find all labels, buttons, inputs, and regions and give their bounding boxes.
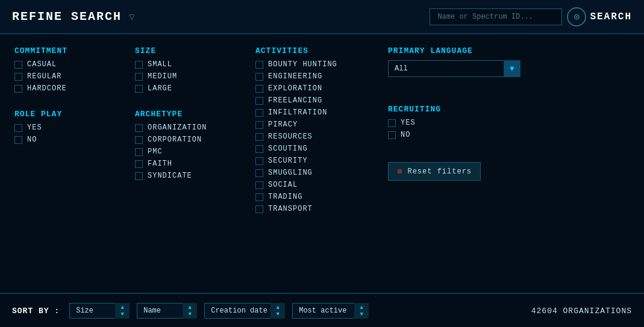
activity-infiltration-label: INFILTRATION bbox=[268, 108, 327, 117]
reset-label: Reset filters bbox=[407, 167, 472, 176]
role-play-title: ROLE PLAY bbox=[14, 110, 111, 119]
commitment-casual-checkbox[interactable] bbox=[14, 61, 22, 69]
col-size: SIZE SMALL MEDIUM LARGE ARCHETYPE ORGANI… bbox=[135, 46, 231, 281]
activity-exploration-label: EXPLORATION bbox=[268, 84, 322, 93]
activity-freelancing: FREELANCING bbox=[255, 96, 364, 105]
header: REFINE SEARCH ▽ ⊙ SEARCH bbox=[0, 0, 644, 34]
archetype-organization-checkbox[interactable] bbox=[135, 124, 143, 132]
role-play-yes-checkbox[interactable] bbox=[14, 124, 22, 132]
col-language: PRIMARY LANGUAGE All English German Fren… bbox=[388, 46, 521, 281]
footer-sort-bar: SORT BY : Size Small Medium Large ▲ ▼ Na… bbox=[0, 293, 644, 327]
sort-name-wrapper: Name A-Z Z-A ▲ ▼ bbox=[137, 303, 197, 319]
size-large: LARGE bbox=[135, 84, 231, 93]
activity-resources-checkbox[interactable] bbox=[255, 133, 263, 141]
role-play-no-checkbox[interactable] bbox=[14, 136, 22, 144]
search-button[interactable]: ⊙ SEARCH bbox=[567, 7, 632, 26]
role-play-yes: YES bbox=[14, 123, 111, 132]
activity-resources: RESOURCES bbox=[255, 132, 364, 141]
activity-resources-label: RESOURCES bbox=[268, 132, 313, 141]
archetype-faith-checkbox[interactable] bbox=[135, 160, 143, 168]
main-filters: COMMITMENT CASUAL REGULAR HARDCORE ROLE … bbox=[0, 34, 644, 293]
activity-piracy-checkbox[interactable] bbox=[255, 121, 263, 129]
activity-freelancing-checkbox[interactable] bbox=[255, 97, 263, 105]
activity-social-checkbox[interactable] bbox=[255, 181, 263, 189]
commitment-regular-label: REGULAR bbox=[27, 72, 61, 81]
search-input[interactable] bbox=[430, 8, 562, 25]
search-area: ⊙ SEARCH bbox=[430, 7, 632, 26]
role-play-no: NO bbox=[14, 135, 111, 144]
role-play-no-label: NO bbox=[27, 135, 37, 144]
col-commitment: COMMITMENT CASUAL REGULAR HARDCORE ROLE … bbox=[14, 46, 111, 281]
activity-engineering-checkbox[interactable] bbox=[255, 73, 263, 81]
role-play-yes-label: YES bbox=[27, 123, 42, 132]
archetype-group: ARCHETYPE ORGANIZATION CORPORATION PMC F… bbox=[135, 110, 231, 184]
archetype-syndicate-checkbox[interactable] bbox=[135, 172, 143, 180]
activity-trading-checkbox[interactable] bbox=[255, 193, 263, 201]
activity-freelancing-label: FREELANCING bbox=[268, 96, 322, 105]
recruiting-yes-checkbox[interactable] bbox=[388, 119, 396, 127]
search-button-label: SEARCH bbox=[590, 11, 632, 22]
activity-bounty-hunting: BOUNTY HUNTING bbox=[255, 60, 364, 69]
commitment-casual-label: CASUAL bbox=[27, 60, 57, 69]
commitment-hardcore-label: HARDCORE bbox=[27, 84, 67, 93]
recruiting-no-checkbox[interactable] bbox=[388, 131, 396, 139]
role-play-group: ROLE PLAY YES NO bbox=[14, 110, 111, 148]
archetype-faith-label: FAITH bbox=[148, 160, 172, 168]
page-title: REFINE SEARCH bbox=[12, 10, 122, 23]
sort-most-active-select[interactable]: Most active Least active bbox=[292, 303, 369, 319]
activity-security: SECURITY bbox=[255, 157, 364, 165]
activity-social: SOCIAL bbox=[255, 181, 364, 189]
commitment-regular-checkbox[interactable] bbox=[14, 73, 22, 81]
sort-name-select[interactable]: Name A-Z Z-A bbox=[137, 303, 197, 319]
sort-creation-date-select[interactable]: Creation date Newest Oldest bbox=[204, 303, 285, 319]
recruiting-title: RECRUITING bbox=[388, 105, 521, 114]
size-large-checkbox[interactable] bbox=[135, 85, 143, 93]
activities-group: ACTIVITIES BOUNTY HUNTING ENGINEERING EX… bbox=[255, 46, 364, 217]
activity-bounty-hunting-label: BOUNTY HUNTING bbox=[268, 60, 337, 69]
archetype-syndicate-label: SYNDICATE bbox=[148, 172, 192, 180]
archetype-organization: ORGANIZATION bbox=[135, 123, 231, 132]
size-group: SIZE SMALL MEDIUM LARGE bbox=[135, 46, 231, 96]
activity-social-label: SOCIAL bbox=[268, 181, 298, 189]
search-icon: ⊙ bbox=[567, 7, 586, 26]
sort-by-label: SORT BY : bbox=[12, 307, 60, 316]
recruiting-group: RECRUITING YES NO bbox=[388, 105, 521, 143]
sort-size-select[interactable]: Size Small Medium Large bbox=[69, 303, 130, 319]
activity-piracy: PIRACY bbox=[255, 120, 364, 129]
activity-scouting-checkbox[interactable] bbox=[255, 145, 263, 153]
activity-infiltration-checkbox[interactable] bbox=[255, 109, 263, 117]
activity-smuggling-checkbox[interactable] bbox=[255, 169, 263, 177]
commitment-casual: CASUAL bbox=[14, 60, 111, 69]
activity-exploration-checkbox[interactable] bbox=[255, 85, 263, 93]
activity-transport-checkbox[interactable] bbox=[255, 205, 263, 213]
activity-bounty-hunting-checkbox[interactable] bbox=[255, 61, 263, 69]
activity-smuggling-label: SMUGGLING bbox=[268, 169, 313, 177]
archetype-corporation-checkbox[interactable] bbox=[135, 136, 143, 144]
activity-infiltration: INFILTRATION bbox=[255, 108, 364, 117]
size-title: SIZE bbox=[135, 46, 231, 55]
archetype-pmc-checkbox[interactable] bbox=[135, 148, 143, 156]
activity-smuggling: SMUGGLING bbox=[255, 169, 364, 177]
size-small-checkbox[interactable] bbox=[135, 61, 143, 69]
activity-engineering: ENGINEERING bbox=[255, 72, 364, 81]
size-large-label: LARGE bbox=[148, 84, 172, 93]
reset-filters-button[interactable]: ⊗ Reset filters bbox=[388, 162, 481, 181]
activity-security-checkbox[interactable] bbox=[255, 157, 263, 165]
language-select-wrapper: All English German French Spanish Chines… bbox=[388, 60, 521, 77]
orgs-count: 42604 ORGANIZATIONS bbox=[531, 307, 632, 316]
archetype-pmc-label: PMC bbox=[148, 148, 163, 156]
language-select[interactable]: All English German French Spanish Chines… bbox=[388, 60, 521, 77]
col-activities: ACTIVITIES BOUNTY HUNTING ENGINEERING EX… bbox=[255, 46, 364, 281]
commitment-hardcore-checkbox[interactable] bbox=[14, 85, 22, 93]
activities-title: ACTIVITIES bbox=[255, 46, 364, 55]
sort-creation-date-wrapper: Creation date Newest Oldest ▲ ▼ bbox=[204, 303, 285, 319]
chevron-down-icon: ▽ bbox=[129, 11, 135, 23]
size-small: SMALL bbox=[135, 60, 231, 69]
activity-engineering-label: ENGINEERING bbox=[268, 72, 322, 81]
activity-exploration: EXPLORATION bbox=[255, 84, 364, 93]
size-medium-label: MEDIUM bbox=[148, 72, 177, 81]
size-medium: MEDIUM bbox=[135, 72, 231, 81]
archetype-corporation-label: CORPORATION bbox=[148, 135, 202, 144]
sort-most-active-wrapper: Most active Least active ▲ ▼ bbox=[292, 303, 369, 319]
size-medium-checkbox[interactable] bbox=[135, 73, 143, 81]
